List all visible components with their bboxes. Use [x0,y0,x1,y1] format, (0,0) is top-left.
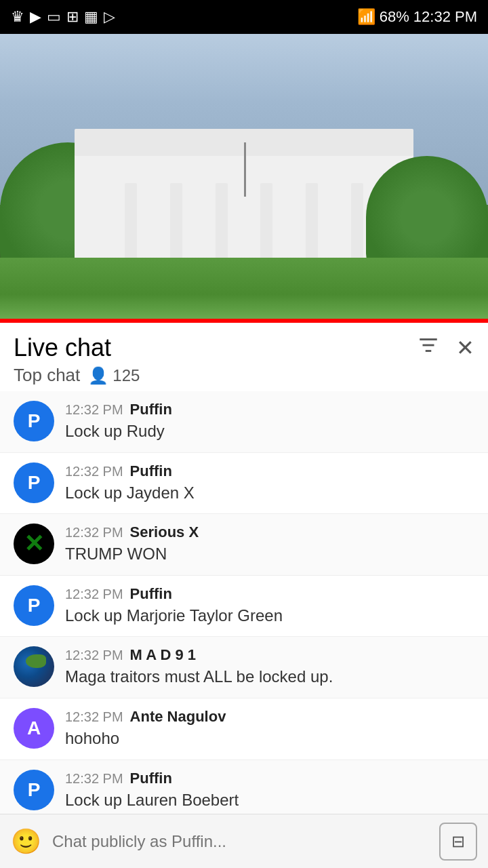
column-6 [351,183,363,264]
column-2 [170,183,182,264]
chat-input[interactable] [52,832,428,851]
white-house-lawn [0,258,488,319]
chat-content: 12:32 PM Serious X TRUMP WON [65,524,474,566]
column-3 [216,183,228,264]
play-icon: ▷ [104,8,115,26]
chat-message: TRUMP WON [65,542,474,566]
avatar [14,646,54,687]
chat-meta: 12:32 PM Serious X [65,524,474,541]
chat-meta: 12:32 PM Puffin [65,770,474,787]
chat-item: A 12:32 PM Ante Nagulov hohoho [0,698,488,760]
filter-icon[interactable] [417,334,440,362]
wifi-icon: 📶 [357,8,375,26]
flag-pole [244,142,246,197]
chat-meta: 12:32 PM M A D 9 1 [65,646,474,664]
chat-username: Serious X [130,524,199,541]
chat-item: P 12:32 PM Puffin Lock up Jayden X [0,453,488,515]
header-icon-group: ✕ [417,334,474,362]
chat-item: 12:32 PM Serious X TRUMP WON [0,514,488,576]
chat-time: 12:32 PM [65,464,123,479]
chat-username: M A D 9 1 [130,646,196,664]
chat-time: 12:32 PM [65,587,123,602]
chat-username: Puffin [130,462,172,480]
chat-item: P 12:32 PM Puffin Lock up Rudy [0,391,488,453]
chat-time: 12:32 PM [65,402,123,418]
close-icon[interactable]: ✕ [456,335,474,361]
image-icon: ⊞ [66,8,79,26]
chat-meta: 12:32 PM Puffin [65,585,474,603]
time-text: 12:32 PM [413,8,477,26]
chat-content: 12:32 PM Puffin Lock up Lauren Boebert [65,770,474,812]
status-bar: ♛ ▶ ▭ ⊞ ▦ ▷ 📶 68% 12:32 PM [0,0,488,34]
chat-time: 12:32 PM [65,771,123,787]
live-chat-header: Live chat ✕ Top chat 👤 125 [0,323,488,391]
avatar: P [14,585,54,626]
chat-message: Lock up Jayden X [65,481,474,505]
chat-meta: 12:32 PM Puffin [65,462,474,480]
chat-username: Puffin [130,770,172,787]
chat-message: Lock up Lauren Boebert [65,789,474,812]
chat-meta: 12:32 PM Puffin [65,401,474,418]
chat-time: 12:32 PM [65,525,123,540]
video-player[interactable] [0,34,488,319]
live-chat-title: Live chat [14,334,111,362]
chat-username: Puffin [130,585,172,603]
column-1 [125,183,137,264]
emoji-button[interactable]: 🙂 [11,827,41,856]
send-icon: ⊟ [451,832,465,851]
send-button[interactable]: ⊟ [439,823,477,861]
person-icon: 👤 [88,366,108,385]
crown-icon: ♛ [11,8,24,26]
youtube-icon: ▶ [30,8,41,26]
user-count-number: 125 [113,366,140,385]
battery-text: 68% [380,8,409,26]
avatar: A [14,708,54,749]
avatar [14,524,54,564]
chat-time: 12:32 PM [65,648,123,663]
chat-meta: 12:32 PM Ante Nagulov [65,708,474,726]
chat-username: Puffin [130,401,172,418]
avatar: P [14,770,54,810]
chat-list: P 12:32 PM Puffin Lock up Rudy P 12:32 P… [0,391,488,868]
chat-content: 12:32 PM M A D 9 1 Maga traitors must AL… [65,646,474,688]
chat-message: Maga traitors must ALL be locked up. [65,665,474,688]
chat-message: Lock up Marjorie Taylor Green [65,604,474,627]
chat-time: 12:32 PM [65,709,123,725]
file-icon: ▭ [47,8,61,26]
top-chat-label: Top chat [14,365,80,386]
live-chat-title-row: Live chat ✕ [14,334,474,362]
chat-item: 12:32 PM M A D 9 1 Maga traitors must AL… [0,637,488,698]
avatar: P [14,401,54,441]
user-count: 👤 125 [88,366,140,385]
chat-message: Lock up Rudy [65,420,474,443]
chat-content: 12:32 PM Puffin Lock up Jayden X [65,462,474,505]
chat-input-bar: 🙂 ⊟ [0,814,488,868]
column-5 [306,183,318,264]
avatar: P [14,462,54,503]
chat-content: 12:32 PM Ante Nagulov hohoho [65,708,474,750]
column-4 [260,183,272,264]
chat-item: P 12:32 PM Puffin Lock up Marjorie Taylo… [0,576,488,637]
chat-content: 12:32 PM Puffin Lock up Marjorie Taylor … [65,585,474,627]
chat-message: hohoho [65,727,474,750]
grid-icon: ▦ [84,8,98,26]
chat-content: 12:32 PM Puffin Lock up Rudy [65,401,474,443]
top-chat-row: Top chat 👤 125 [14,365,474,386]
status-right-info: 📶 68% 12:32 PM [357,8,477,26]
chat-item: P 12:32 PM Puffin Lock up Lauren Boebert [0,760,488,822]
chat-username: Ante Nagulov [130,708,226,726]
status-left-icons: ♛ ▶ ▭ ⊞ ▦ ▷ [11,8,115,26]
